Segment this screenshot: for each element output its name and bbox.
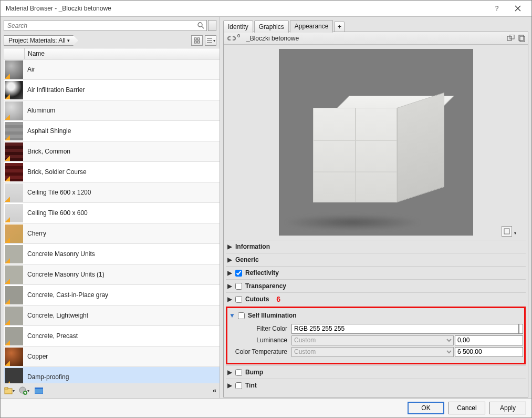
- material-row[interactable]: Air: [4, 59, 220, 80]
- asset-indicator-icon: [5, 381, 10, 384]
- material-row[interactable]: Concrete Masonry Units: [4, 244, 220, 264]
- filter-color-input[interactable]: [291, 324, 519, 334]
- transparency-checkbox[interactable]: [235, 283, 242, 290]
- svg-rect-10: [5, 388, 8, 389]
- section-header-bump[interactable]: ▶ Bump: [226, 366, 526, 379]
- list-header: Name: [4, 48, 220, 59]
- material-row[interactable]: Damp-proofing: [4, 367, 220, 383]
- filter-dropdown[interactable]: Project Materials: All ▾: [4, 35, 78, 46]
- apply-button[interactable]: Apply: [489, 402, 526, 414]
- annotation-6: 6: [276, 295, 280, 303]
- reflectivity-checkbox[interactable]: [235, 270, 242, 277]
- tint-checkbox[interactable]: [235, 382, 242, 389]
- luminance-select[interactable]: Custom: [291, 335, 454, 345]
- section-header-tint[interactable]: ▶ Tint: [226, 379, 526, 392]
- preview-mode-button[interactable]: ▾: [502, 226, 512, 237]
- section-header-information[interactable]: ▶ Information: [226, 240, 526, 253]
- footer: OK Cancel Apply: [1, 398, 531, 417]
- library-icon: [4, 387, 13, 394]
- material-name: Concrete Masonry Units: [24, 250, 95, 258]
- material-row[interactable]: Concrete, Cast-in-Place gray: [4, 285, 220, 305]
- bump-checkbox[interactable]: [235, 369, 242, 376]
- material-row[interactable]: Aluminum: [4, 100, 220, 121]
- section-header-generic[interactable]: ▶ Generic: [226, 253, 526, 266]
- self-illumination-checkbox[interactable]: [238, 312, 245, 319]
- color-temp-select[interactable]: Custom: [291, 347, 454, 357]
- preview-area: ▾: [224, 45, 528, 240]
- luminance-value[interactable]: [455, 335, 523, 345]
- luminance-label: Luminance: [228, 337, 291, 344]
- section-header-reflectivity[interactable]: ▶ Reflectivity: [226, 267, 526, 279]
- preview-canvas[interactable]: [279, 49, 473, 236]
- svg-rect-2: [194, 38, 196, 40]
- list-header-name[interactable]: Name: [25, 50, 220, 57]
- material-row[interactable]: Copper: [4, 346, 220, 367]
- section-header-cutouts[interactable]: ▶ Cutouts 6: [226, 293, 526, 305]
- main: Project Materials: All ▾ ▾ Name AirAir I…: [1, 16, 531, 398]
- tab-add[interactable]: +: [334, 22, 345, 32]
- tab-graphics[interactable]: Graphics: [254, 21, 289, 33]
- view-list-button[interactable]: ▾: [205, 35, 216, 46]
- material-row[interactable]: Cherry: [4, 223, 220, 244]
- material-row[interactable]: Concrete, Lightweight: [4, 305, 220, 326]
- asset-indicator-icon: [5, 238, 10, 243]
- property-sections: ▶ Information ▶ Generic ▶ Reflectivity: [224, 240, 528, 397]
- material-row[interactable]: Concrete, Precast: [4, 326, 220, 346]
- list-header-swatch[interactable]: [4, 48, 25, 59]
- ok-button[interactable]: OK: [408, 402, 444, 414]
- material-row[interactable]: Brick, Soldier Course: [4, 162, 220, 182]
- color-temp-value[interactable]: [455, 347, 523, 357]
- library-button[interactable]: ▾: [4, 385, 15, 396]
- section-self-illumination: ▼ Self Illumination Filter Color L: [228, 309, 523, 361]
- asset-badge: 0: [237, 33, 240, 38]
- section-information: ▶ Information: [226, 240, 526, 253]
- grid-icon: [194, 37, 200, 44]
- svg-rect-16: [35, 388, 43, 389]
- material-list[interactable]: AirAir Infiltration BarrierAluminumAspha…: [4, 59, 220, 383]
- tab-identity[interactable]: Identity: [223, 21, 253, 33]
- close-button[interactable]: [507, 1, 528, 16]
- material-row[interactable]: Ceiling Tile 600 x 1200: [4, 182, 220, 203]
- section-cutouts: ▶ Cutouts 6: [226, 292, 526, 305]
- help-button[interactable]: ?: [486, 1, 507, 16]
- left-toolbar: ▾ ▾ «: [4, 383, 216, 398]
- cancel-button[interactable]: Cancel: [448, 402, 485, 414]
- window-title: Material Browser - _Bloczki betonowe: [6, 5, 486, 12]
- material-swatch: [5, 266, 23, 284]
- cutouts-checkbox[interactable]: [235, 296, 242, 303]
- material-name: Concrete Masonry Units (1): [24, 271, 105, 278]
- material-row[interactable]: Ceiling Tile 600 x 600: [4, 203, 220, 223]
- asset-browser-button[interactable]: [33, 385, 45, 396]
- new-material-button[interactable]: ▾: [18, 385, 30, 396]
- view-grid-button[interactable]: [191, 35, 203, 46]
- svg-rect-21: [504, 229, 509, 234]
- help-icon: ?: [495, 5, 499, 12]
- duplicate-asset-button[interactable]: [518, 35, 526, 42]
- search-options-button[interactable]: [208, 20, 216, 31]
- section-transparency: ▶ Transparency: [226, 279, 526, 292]
- svg-rect-4: [194, 41, 196, 43]
- material-row[interactable]: Asphalt Shingle: [4, 121, 220, 141]
- asset-indicator-icon: [5, 74, 10, 79]
- search-input[interactable]: [4, 20, 207, 31]
- collapse-panel-button[interactable]: «: [213, 387, 216, 394]
- material-name: Copper: [24, 353, 48, 360]
- section-header-transparency[interactable]: ▶ Transparency: [226, 280, 526, 292]
- section-header-self-illumination[interactable]: ▼ Self Illumination: [228, 309, 523, 322]
- filter-color-swatch[interactable]: [519, 324, 523, 334]
- material-name: Concrete, Precast: [24, 332, 78, 340]
- chevron-right-icon: ▶: [227, 243, 232, 250]
- replace-asset-button[interactable]: [507, 35, 515, 42]
- highlight-box: ▼ Self Illumination Filter Color L: [226, 307, 526, 364]
- section-generic: ▶ Generic: [226, 253, 526, 266]
- chevron-down-icon: ▾: [67, 38, 70, 43]
- material-row[interactable]: Air Infiltration Barrier: [4, 80, 220, 100]
- material-row[interactable]: Brick, Common: [4, 141, 220, 162]
- material-name: Brick, Soldier Course: [24, 168, 87, 176]
- material-swatch: [5, 81, 23, 99]
- asset-indicator-icon: [5, 176, 10, 181]
- material-row[interactable]: Concrete Masonry Units (1): [4, 264, 220, 285]
- tab-appearance[interactable]: Appearance: [290, 20, 333, 33]
- asset-indicator-icon: [5, 279, 10, 284]
- preview-cube: [313, 85, 439, 211]
